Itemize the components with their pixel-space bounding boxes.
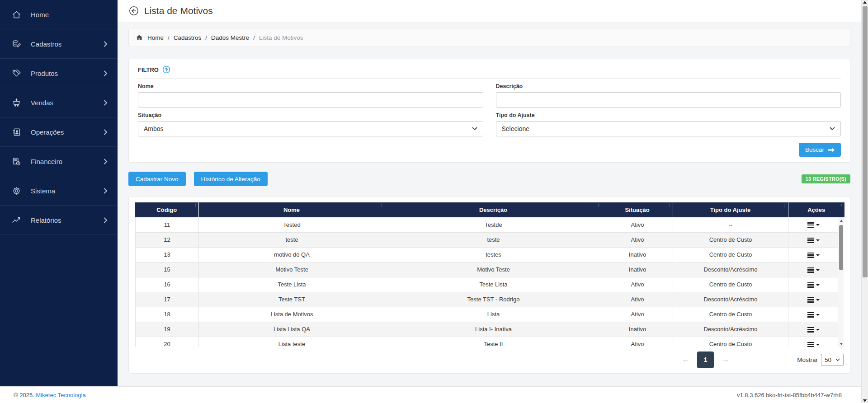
table-panel: Código Nome Descrição Situação Tipo do A… (128, 196, 850, 374)
hamburger-icon (807, 238, 814, 243)
next-page-icon[interactable]: → (722, 355, 729, 364)
scroll-up-button[interactable] (862, 1, 868, 4)
field-descricao: Descrição (496, 83, 841, 108)
row-actions-menu-button[interactable] (807, 327, 820, 333)
column-header-descricao[interactable]: Descrição (385, 202, 602, 217)
scroll-down-button[interactable] (862, 399, 868, 402)
breadcrumb-item-cadastros[interactable]: Cadastros (174, 34, 202, 41)
situacao-label: Situação (138, 112, 483, 118)
chevron-right-icon (104, 70, 108, 76)
cell-codigo: 20 (136, 337, 199, 347)
cell-nome: Lista teste (199, 337, 385, 347)
cell-tipo-ajuste: Centro de Custo (673, 277, 788, 292)
cell-codigo: 19 (136, 322, 199, 337)
historico-alteracao-button[interactable]: Histórico de Alteração (194, 172, 268, 186)
scrollbar-thumb[interactable] (863, 6, 868, 277)
descricao-input[interactable] (496, 92, 841, 108)
database-edit-icon (12, 39, 23, 49)
table-scrollbar (838, 217, 844, 347)
cell-acoes (788, 337, 839, 347)
sidebar-item-cadastros[interactable]: Cadastros (0, 29, 118, 59)
situacao-select[interactable]: Ambos (138, 121, 483, 136)
cadastrar-novo-button[interactable]: Cadastrar Novo (128, 172, 186, 186)
breadcrumb-item-home[interactable]: Home (147, 34, 164, 41)
sidebar: Home Cadastros Produtos Vendas (0, 0, 118, 386)
sidebar-item-sistema[interactable]: Sistema (0, 176, 118, 206)
caret-down-icon (816, 344, 820, 346)
nome-input[interactable] (138, 92, 483, 108)
sidebar-item-label: Financeiro (31, 158, 104, 165)
cell-situacao: Ativo (602, 307, 673, 322)
sidebar-item-label: Operações (31, 128, 104, 136)
row-actions-menu-button[interactable] (807, 342, 820, 347)
sidebar-item-produtos[interactable]: Produtos (0, 59, 118, 88)
hamburger-icon (807, 312, 814, 318)
column-header-acoes[interactable]: Ações (788, 202, 844, 217)
row-actions-menu-button[interactable] (807, 253, 820, 258)
table-row: 18 Lista de Motivos Lista Ativo Centro d… (136, 307, 839, 322)
row-actions-menu-button[interactable] (807, 267, 820, 273)
company-link[interactable]: Miketec Tecnologia (36, 392, 85, 398)
collapse-filter-icon[interactable] (162, 66, 170, 74)
column-header-nome[interactable]: Nome (198, 202, 385, 217)
content-area: Home / Cadastros / Dados Mestre / Lista … (118, 22, 868, 374)
sidebar-item-operacoes[interactable]: Operações (0, 117, 118, 147)
cell-codigo: 15 (136, 262, 199, 277)
row-actions-menu-button[interactable] (807, 282, 820, 288)
filter-panel: FILTRO Nome Descrição Situação (128, 59, 850, 163)
row-actions-menu-button[interactable] (807, 222, 820, 228)
sidebar-item-label: Sistema (31, 187, 104, 195)
cell-situacao: Ativo (602, 232, 673, 247)
row-actions-menu-button[interactable] (807, 312, 820, 318)
page-title: Lista de Motivos (144, 5, 213, 16)
row-actions-menu-button[interactable] (807, 238, 820, 243)
chevron-right-icon (104, 41, 108, 47)
caret-down-icon (816, 284, 820, 286)
breadcrumb-separator: / (205, 34, 207, 41)
sidebar-item-relatorios[interactable]: Relatórios (0, 206, 118, 235)
table-header: Código Nome Descrição Situação Tipo do A… (135, 202, 844, 217)
cell-tipo-ajuste: Centro de Custo (673, 247, 788, 262)
sidebar-item-vendas[interactable]: Vendas (0, 88, 118, 117)
caret-down-icon (816, 314, 820, 316)
page-size-value: 50 (825, 356, 831, 363)
table-body-scroll-area: 11 Tested Testde Ativo -- 12 teste teste (135, 217, 844, 347)
page-size-select[interactable]: 50 (821, 354, 844, 366)
caret-down-icon (816, 239, 820, 241)
chevron-right-icon (104, 217, 108, 223)
scroll-down-button[interactable] (838, 341, 844, 347)
pagination: ← 1 → (682, 351, 729, 368)
window-scrollbar (861, 0, 868, 403)
back-button[interactable] (129, 6, 139, 16)
cell-descricao: Lista (385, 307, 602, 322)
sidebar-item-home[interactable]: Home (0, 0, 118, 29)
row-actions-menu-button[interactable] (807, 297, 820, 303)
chevron-right-icon (104, 188, 108, 194)
cell-situacao: Inativo (602, 322, 673, 337)
cell-tipo-ajuste: Desconto/Acréscimo (673, 322, 788, 337)
breadcrumb-current: Lista de Motivos (259, 34, 303, 41)
sidebar-item-financeiro[interactable]: $ Financeiro (0, 147, 118, 176)
column-header-situacao[interactable]: Situação (602, 202, 673, 217)
buscar-button-label: Buscar (805, 146, 824, 153)
hamburger-icon (807, 253, 814, 258)
sidebar-item-label: Home (31, 11, 108, 19)
tipo-ajuste-select[interactable]: Selecione (496, 121, 841, 136)
cell-acoes (788, 262, 839, 277)
buscar-button[interactable]: Buscar (799, 143, 841, 157)
scrollbar-thumb[interactable] (839, 225, 843, 270)
cell-descricao: Testde (385, 217, 602, 232)
column-header-tipo-ajuste[interactable]: Tipo do Ajuste (673, 202, 788, 217)
breadcrumb-item-dados-mestre[interactable]: Dados Mestre (211, 34, 249, 41)
cell-tipo-ajuste: Centro de Custo (673, 232, 788, 247)
column-header-codigo[interactable]: Código (135, 202, 198, 217)
page-number-button[interactable]: 1 (697, 351, 714, 368)
nome-label: Nome (138, 83, 483, 89)
prev-page-icon[interactable]: ← (682, 355, 689, 364)
home-icon (12, 10, 23, 19)
main-content: Lista de Motivos Home / Cadastros / Dado… (118, 0, 868, 386)
cell-acoes (788, 292, 839, 307)
scroll-up-button[interactable] (838, 217, 844, 224)
cell-nome: Motivo Teste (199, 262, 385, 277)
cell-descricao: Teste II (385, 337, 602, 347)
